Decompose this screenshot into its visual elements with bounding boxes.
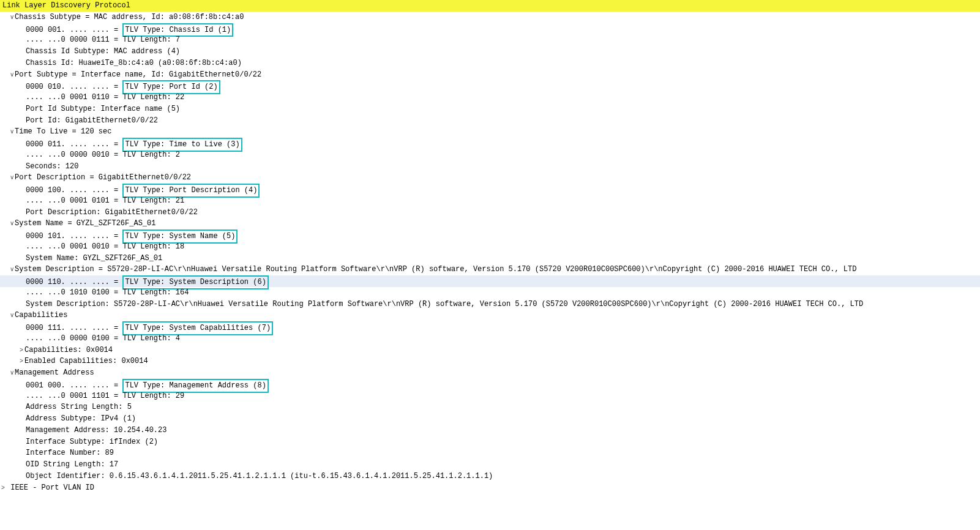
tree-item-label: Port Description: GigabitEthernet0/0/22 [26, 208, 198, 217]
tree-leaf[interactable]: Port Id Subtype: Interface name (5) [0, 103, 980, 115]
tree-leaf[interactable]: OID String Length: 17 [0, 459, 980, 471]
tlv-bits: 0000 100. .... .... = [26, 186, 118, 195]
tlv-header: Port Description = GigabitEthernet0/0/22 [15, 173, 191, 182]
tlv-bits: 0000 001. .... .... = [26, 26, 118, 34]
tlv-bits: 0000 101. .... .... = [26, 232, 118, 241]
tree-item-label: .... ...0 0001 1101 = TLV Length: 29 [26, 392, 184, 400]
tree-item-label: OID String Length: 17 [26, 460, 118, 469]
tree-item-label: .... ...0 1010 0100 = TLV Length: 164 [26, 288, 189, 297]
tree-item-label: .... ...0 0000 0010 = TLV Length: 2 [26, 151, 180, 159]
tree-item-label: .... ...0 0000 0111 = TLV Length: 7 [26, 35, 180, 44]
tlv-type-row[interactable]: 0000 001. .... .... = TLV Type: Chassis … [0, 23, 980, 35]
tree-item-label: .... ...0 0000 0100 = TLV Length: 4 [26, 334, 180, 343]
tlv-header: Port Subtype = Interface name, Id: Gigab… [15, 70, 261, 79]
tlv-type-row[interactable]: 0000 110. .... .... = TLV Type: System D… [0, 275, 980, 287]
tlv-header: Capabilities [15, 311, 67, 319]
chevron-down-icon[interactable]: ∨ [9, 69, 15, 81]
tree-leaf[interactable]: Seconds: 120 [0, 161, 980, 173]
tree-leaf[interactable]: .... ...0 0001 0110 = TLV Length: 22 [0, 92, 980, 103]
tree-item[interactable]: ∨Port Subtype = Interface name, Id: Giga… [0, 69, 980, 81]
tree-item-label: System Name: GYZL_SZFT26F_AS_01 [26, 254, 162, 263]
tree-leaf[interactable]: .... ...0 0001 0010 = TLV Length: 18 [0, 241, 980, 253]
tree-item-label: .... ...0 0001 0101 = TLV Length: 21 [26, 196, 184, 205]
tlv-bits: 0000 111. .... .... = [26, 324, 118, 332]
tree-item-label: Port Id: GigabitEthernet0/0/22 [26, 116, 158, 125]
tree-item-label: IEEE - Port VLAN ID [10, 483, 94, 492]
tree-leaf[interactable]: Chassis Id: HuaweiTe_8b:c4:a0 (a0:08:6f:… [0, 58, 980, 69]
tree-leaf[interactable]: Management Address: 10.254.40.23 [0, 425, 980, 436]
tree-item-label: .... ...0 0001 0110 = TLV Length: 22 [26, 93, 184, 102]
tree-leaf[interactable]: .... ...0 0000 0100 = TLV Length: 4 [0, 333, 980, 345]
tlv-type-row[interactable]: 0000 101. .... .... = TLV Type: System N… [0, 230, 980, 241]
tlv-bits: 0000 110. .... .... = [26, 278, 118, 286]
tree-leaf[interactable]: Address String Length: 5 [0, 401, 980, 413]
tree-item[interactable]: ∨Chassis Subtype = MAC address, Id: a0:0… [0, 12, 980, 23]
tlv-bits: 0000 010. .... .... = [26, 83, 118, 91]
chevron-down-icon[interactable]: ∨ [9, 367, 15, 379]
tree-item[interactable]: ∨Capabilities [0, 310, 980, 321]
tlv-type-row[interactable]: 0000 100. .... .... = TLV Type: Port Des… [0, 184, 980, 195]
tlv-header: System Name = GYZL_SZFT26F_AS_01 [15, 219, 155, 228]
tlv-header: System Description = S5720-28P-LI-AC\r\n… [15, 265, 856, 274]
tree-leaf[interactable]: .... ...0 0001 1101 = TLV Length: 29 [0, 390, 980, 402]
tlv-header: Chassis Subtype = MAC address, Id: a0:08… [15, 13, 244, 21]
tree-leaf[interactable]: Chassis Id Subtype: MAC address (4) [0, 46, 980, 58]
tree-item[interactable]: ∨System Name = GYZL_SZFT26F_AS_01 [0, 218, 980, 230]
chevron-down-icon[interactable]: ∨ [9, 12, 15, 23]
tlv-type-row[interactable]: 0001 000. .... .... = TLV Type: Manageme… [0, 379, 980, 390]
tree-leaf[interactable]: .... ...0 0001 0101 = TLV Length: 21 [0, 195, 980, 207]
tree-leaf[interactable]: Port Id: GigabitEthernet0/0/22 [0, 115, 980, 127]
tree-leaf[interactable]: System Description: S5720-28P-LI-AC\r\nH… [0, 299, 980, 310]
tree-item[interactable]: ∨Time To Live = 120 sec [0, 126, 980, 138]
tree-item[interactable]: ∨System Description = S5720-28P-LI-AC\r\… [0, 264, 980, 275]
tree-item-label: .... ...0 0001 0010 = TLV Length: 18 [26, 242, 184, 251]
tree-leaf[interactable]: Address Subtype: IPv4 (1) [0, 413, 980, 425]
tree-leaf[interactable]: .... ...0 0000 0111 = TLV Length: 7 [0, 34, 980, 46]
tree-leaf[interactable]: >Enabled Capabilities: 0x0014 [0, 356, 980, 367]
tlv-header: Management Address [15, 368, 94, 377]
chevron-down-icon[interactable]: ∨ [9, 264, 15, 275]
tree-leaf[interactable]: Interface Subtype: ifIndex (2) [0, 436, 980, 448]
tree-leaf[interactable]: Object Identifier: 0.6.15.43.6.1.4.1.201… [0, 471, 980, 482]
tlv-type-row[interactable]: 0000 111. .... .... = TLV Type: System C… [0, 321, 980, 333]
tlv-header: Time To Live = 120 sec [15, 127, 111, 136]
tree-collapsed-footer[interactable]: > IEEE - Port VLAN ID [0, 482, 980, 494]
protocol-header[interactable]: Link Layer Discovery Protocol [0, 0, 980, 12]
chevron-down-icon[interactable]: ∨ [9, 218, 15, 230]
tree-item-label: Port Id Subtype: Interface name (5) [26, 105, 180, 113]
tlv-type-row[interactable]: 0000 011. .... .... = TLV Type: Time to … [0, 138, 980, 149]
chevron-right-icon[interactable]: > [0, 482, 6, 494]
tlv-type-row[interactable]: 0000 010. .... .... = TLV Type: Port Id … [0, 80, 980, 92]
tree-leaf[interactable]: .... ...0 1010 0100 = TLV Length: 164 [0, 287, 980, 299]
chevron-down-icon[interactable]: ∨ [9, 172, 15, 184]
tree-item-label: Capabilities: 0x0014 [24, 346, 113, 354]
tree-leaf[interactable]: >Capabilities: 0x0014 [0, 345, 980, 356]
tree-item[interactable]: ∨Management Address [0, 367, 980, 379]
tree-item-label: Chassis Id Subtype: MAC address (4) [26, 47, 180, 56]
tlv-bits: 0001 000. .... .... = [26, 381, 118, 390]
tree-item-label: System Description: S5720-28P-LI-AC\r\nH… [26, 300, 863, 308]
chevron-down-icon[interactable]: ∨ [9, 310, 15, 321]
tree-item-label: Seconds: 120 [26, 162, 78, 171]
tree-item-label: Object Identifier: 0.6.15.43.6.1.4.1.201… [26, 472, 493, 480]
tree-item-label: Management Address: 10.254.40.23 [26, 426, 166, 435]
tree-leaf[interactable]: System Name: GYZL_SZFT26F_AS_01 [0, 253, 980, 264]
tree-item-label: Interface Number: 89 [26, 449, 114, 457]
tree-leaf[interactable]: Port Description: GigabitEthernet0/0/22 [0, 207, 980, 218]
tree-item-label: Chassis Id: HuaweiTe_8b:c4:a0 (a0:08:6f:… [26, 59, 242, 67]
chevron-right-icon[interactable]: > [18, 345, 24, 356]
tlv-bits: 0000 011. .... .... = [26, 140, 118, 149]
chevron-down-icon[interactable]: ∨ [9, 126, 15, 138]
tree-item-label: Interface Subtype: ifIndex (2) [26, 438, 158, 446]
tree-item-label: Address Subtype: IPv4 (1) [26, 414, 136, 423]
tree-leaf[interactable]: .... ...0 0000 0010 = TLV Length: 2 [0, 149, 980, 161]
tree-leaf[interactable]: Interface Number: 89 [0, 447, 980, 459]
tree-item[interactable]: ∨Port Description = GigabitEthernet0/0/2… [0, 172, 980, 184]
tree-item-label: Address String Length: 5 [26, 403, 132, 411]
chevron-right-icon[interactable]: > [18, 356, 24, 367]
tree-item-label: Enabled Capabilities: 0x0014 [24, 357, 148, 365]
